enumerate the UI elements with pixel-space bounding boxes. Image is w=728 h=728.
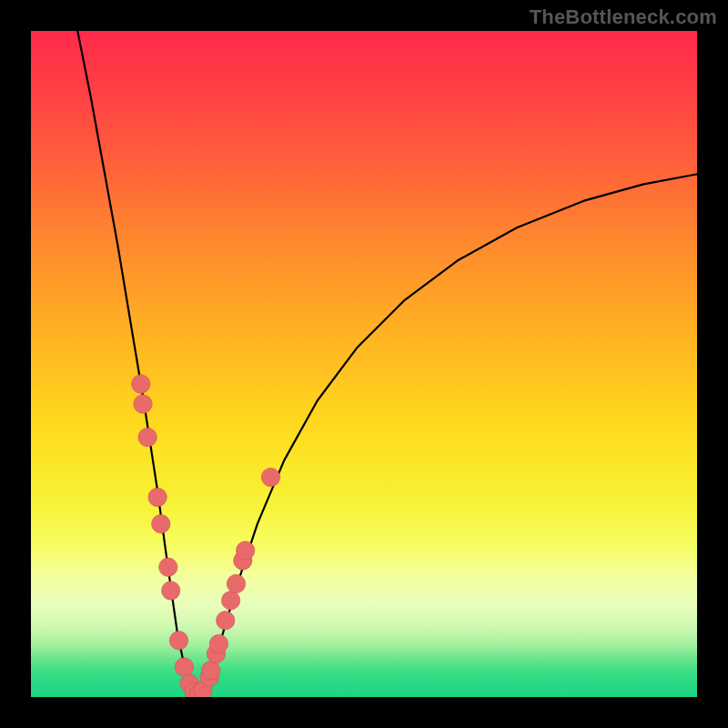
chart-svg — [31, 31, 697, 697]
watermark-label: TheBottleneck.com — [530, 5, 717, 29]
data-marker — [132, 375, 151, 394]
data-marker — [134, 395, 153, 414]
data-marker — [201, 661, 220, 680]
data-marker — [175, 658, 194, 677]
data-marker — [161, 581, 180, 601]
data-marker — [151, 514, 170, 533]
data-marker — [216, 612, 234, 631]
data-marker — [138, 428, 157, 447]
data-marker — [169, 632, 188, 651]
data-marker — [209, 634, 228, 653]
data-marker — [236, 541, 255, 561]
data-markers — [132, 375, 280, 697]
data-marker — [227, 574, 246, 593]
data-marker — [159, 558, 178, 577]
data-marker — [221, 592, 240, 611]
data-marker — [261, 468, 280, 487]
data-marker — [148, 488, 167, 507]
plot-area — [31, 31, 697, 697]
